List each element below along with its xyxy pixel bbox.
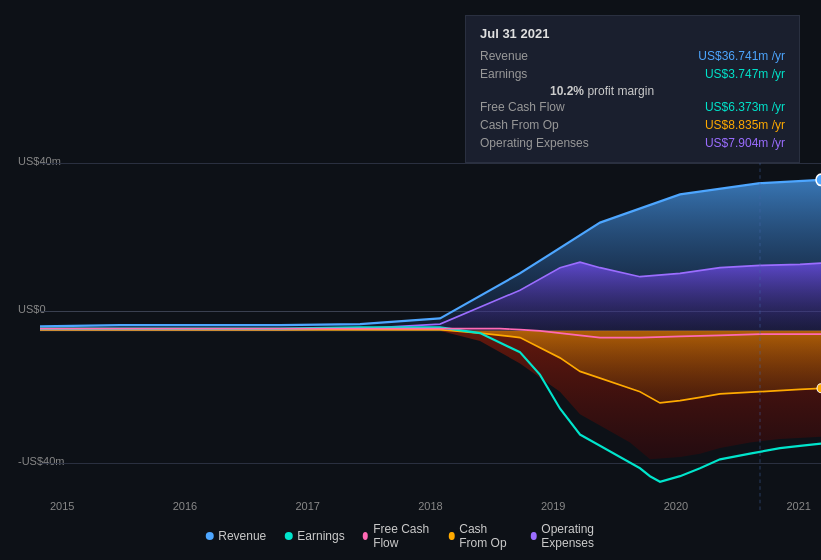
legend-opex-label: Operating Expenses — [541, 522, 615, 550]
x-label-2018: 2018 — [418, 500, 442, 512]
x-label-2020: 2020 — [664, 500, 688, 512]
fcf-label: Free Cash Flow — [480, 100, 565, 114]
x-label-2017: 2017 — [296, 500, 320, 512]
revenue-row: Revenue US$36.741m /yr — [480, 47, 785, 65]
cashfromop-label: Cash From Op — [480, 118, 559, 132]
legend-revenue-label: Revenue — [218, 529, 266, 543]
cashfromop-value: US$8.835m /yr — [705, 118, 785, 132]
legend-earnings-label: Earnings — [297, 529, 344, 543]
fcf-row: Free Cash Flow US$6.373m /yr — [480, 98, 785, 116]
x-label-2016: 2016 — [173, 500, 197, 512]
cashfromop-row: Cash From Op US$8.835m /yr — [480, 116, 785, 134]
legend: Revenue Earnings Free Cash Flow Cash Fro… — [205, 522, 616, 550]
legend-earnings[interactable]: Earnings — [284, 529, 344, 543]
svg-point-2 — [816, 174, 821, 185]
opex-row: Operating Expenses US$7.904m /yr — [480, 134, 785, 152]
cashfromop-dot — [449, 532, 454, 540]
x-axis: 2015 2016 2017 2018 2019 2020 2021 — [40, 500, 821, 512]
opex-dot — [531, 532, 536, 540]
earnings-row: Earnings US$3.747m /yr — [480, 65, 785, 83]
opex-value: US$7.904m /yr — [705, 136, 785, 150]
revenue-label: Revenue — [480, 49, 528, 63]
tooltip-card: Jul 31 2021 Revenue US$36.741m /yr Earni… — [465, 15, 800, 163]
earnings-dot — [284, 532, 292, 540]
margin-percent: 10.2% — [550, 84, 584, 98]
revenue-value: US$36.741m /yr — [698, 49, 785, 63]
chart-svg — [0, 155, 821, 510]
revenue-dot — [205, 532, 213, 540]
chart-container: US$40m US$0 -US$40m — [0, 155, 821, 510]
fcf-dot — [363, 532, 368, 540]
tooltip-date: Jul 31 2021 — [480, 26, 785, 41]
legend-cashfromop-label: Cash From Op — [459, 522, 513, 550]
x-label-2021: 2021 — [787, 500, 811, 512]
opex-label: Operating Expenses — [480, 136, 589, 150]
legend-opex[interactable]: Operating Expenses — [531, 522, 616, 550]
x-label-2019: 2019 — [541, 500, 565, 512]
x-label-2015: 2015 — [50, 500, 74, 512]
legend-revenue[interactable]: Revenue — [205, 529, 266, 543]
fcf-value: US$6.373m /yr — [705, 100, 785, 114]
margin-note: 10.2% profit margin — [480, 84, 785, 98]
legend-fcf-label: Free Cash Flow — [373, 522, 431, 550]
earnings-value: US$3.747m /yr — [705, 67, 785, 81]
earnings-label: Earnings — [480, 67, 527, 81]
legend-fcf[interactable]: Free Cash Flow — [363, 522, 431, 550]
legend-cashfromop[interactable]: Cash From Op — [449, 522, 513, 550]
svg-point-3 — [817, 384, 821, 393]
